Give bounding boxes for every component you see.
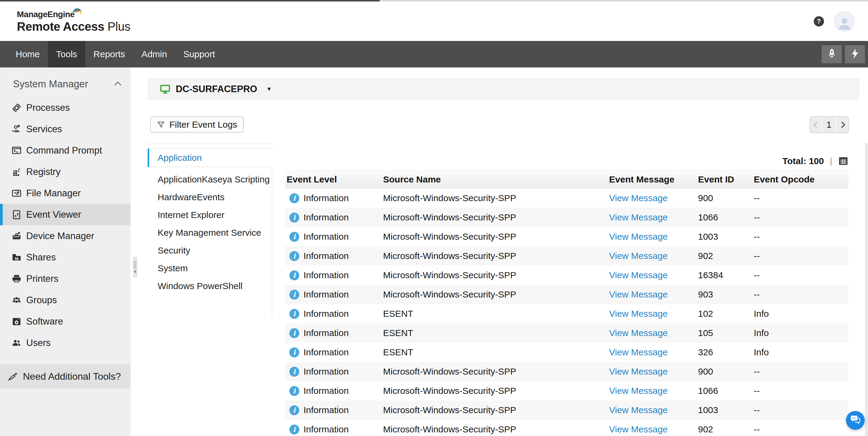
event-opcode-value: Info — [752, 343, 848, 362]
column-header-event-message[interactable]: Event Message — [608, 171, 696, 188]
category-application[interactable]: Application — [148, 148, 272, 167]
event-table-area: Total: 100 | Event Level — [285, 144, 848, 436]
sidebar-item-users[interactable]: Users — [0, 332, 130, 354]
column-chooser-grid-icon[interactable] — [838, 156, 848, 166]
event-id-value: 900 — [696, 189, 752, 208]
help-icon[interactable]: ? — [814, 16, 824, 27]
table-row: iInformation ESENT View Message 102 Info — [285, 304, 848, 324]
device-manager-icon — [11, 231, 22, 241]
view-message-link[interactable]: View Message — [609, 232, 668, 242]
category-key-management-service[interactable]: Key Management Service — [148, 224, 272, 241]
table-row: iInformation Microsoft-Windows-Security-… — [285, 400, 848, 420]
quick-actions-button[interactable] — [845, 45, 865, 63]
sidebar-item-processes[interactable]: Processes — [0, 97, 130, 118]
view-message-link[interactable]: View Message — [609, 405, 668, 415]
column-header-event-opcode[interactable]: Event Opcode — [752, 171, 848, 188]
nav-item-tools[interactable]: Tools — [48, 41, 85, 67]
category-internet-explorer[interactable]: Internet Explorer — [148, 206, 272, 224]
nav-item-reports[interactable]: Reports — [85, 41, 133, 67]
previous-page-button[interactable] — [810, 117, 822, 133]
sidebar-item-registry[interactable]: Registry — [0, 161, 130, 182]
event-level-value: Information — [304, 405, 349, 415]
current-page-number[interactable]: 1 — [822, 117, 836, 133]
sidebar-collapse-handle[interactable] — [133, 257, 137, 277]
device-selector[interactable]: DC-SURFACEPRO ▼ — [148, 78, 859, 100]
event-opcode-value: -- — [752, 227, 848, 246]
event-id-value: 1003 — [696, 227, 752, 246]
event-log-panel: Application ApplicationKaseya Scripting … — [148, 144, 868, 436]
column-header-source-name[interactable]: Source Name — [381, 171, 608, 188]
nav-item-admin[interactable]: Admin — [133, 41, 175, 67]
column-header-event-id[interactable]: Event ID — [696, 171, 752, 188]
manageengine-swirl-icon — [72, 5, 82, 16]
source-name-value: Microsoft-Windows-Security-SPP — [381, 246, 608, 266]
view-message-link[interactable]: View Message — [609, 193, 668, 203]
view-message-link[interactable]: View Message — [609, 309, 668, 319]
view-message-link[interactable]: View Message — [609, 386, 668, 396]
groups-icon — [11, 295, 22, 305]
view-message-link[interactable]: View Message — [609, 328, 668, 338]
view-message-link[interactable]: View Message — [609, 251, 668, 261]
sidebar-item-printers[interactable]: Printers — [0, 268, 130, 289]
source-name-value: ESENT — [381, 343, 608, 362]
quick-launch-button[interactable] — [822, 45, 842, 63]
nav-item-support[interactable]: Support — [175, 41, 223, 67]
person-icon — [837, 15, 852, 31]
sidebar-item-label: Shares — [26, 252, 56, 263]
event-id-value: 902 — [696, 420, 752, 436]
table-row: iInformation ESENT View Message 326 Info — [285, 343, 848, 362]
sidebar-section-header[interactable]: System Manager — [0, 67, 130, 97]
source-name-value: Microsoft-Windows-Security-SPP — [381, 420, 608, 436]
event-opcode-value: -- — [752, 246, 848, 266]
user-avatar[interactable] — [834, 11, 855, 32]
sidebar-item-label: Processes — [26, 102, 70, 113]
information-icon: i — [289, 212, 299, 223]
source-name-value: Microsoft-Windows-Security-SPP — [381, 400, 608, 420]
sidebar-item-command-prompt[interactable]: Command Prompt — [0, 140, 130, 161]
event-opcode-value: -- — [752, 381, 848, 400]
view-message-link[interactable]: View Message — [609, 347, 668, 358]
sidebar-item-groups[interactable]: Groups — [0, 289, 130, 311]
sidebar-item-file-manager[interactable]: File Manager — [0, 182, 130, 204]
scrollbar-thumb[interactable] — [866, 143, 867, 436]
nav-item-home[interactable]: Home — [7, 41, 48, 67]
information-icon: i — [289, 193, 299, 203]
tools-sidebar: System Manager Processes — [0, 67, 130, 436]
sidebar-item-software[interactable]: Software — [0, 311, 130, 332]
collapse-arrow-icon — [134, 270, 136, 273]
view-message-link[interactable]: View Message — [609, 212, 668, 223]
view-message-link[interactable]: View Message — [609, 270, 668, 280]
source-name-value: Microsoft-Windows-Security-SPP — [381, 208, 608, 227]
product-name-primary: Remote Access — [17, 20, 104, 33]
category-security[interactable]: Security — [148, 241, 272, 259]
sidebar-item-services[interactable]: Services — [0, 118, 130, 140]
category-windows-powershell[interactable]: Windows PowerShell — [148, 277, 272, 295]
category-system[interactable]: System — [148, 259, 272, 277]
event-level-value: Information — [304, 309, 349, 319]
app-header: ManageEngine Remote Access Plus ? — [0, 1, 868, 41]
need-additional-tools[interactable]: Need Additional Tools? — [0, 364, 130, 389]
source-name-value: ESENT — [381, 304, 608, 324]
total-count-label: Total: 100 — [782, 156, 824, 166]
event-level-value: Information — [304, 366, 349, 377]
vertical-scrollbar[interactable] — [865, 143, 868, 436]
next-page-button[interactable] — [836, 117, 848, 133]
category-applicationkaseya-scripting[interactable]: ApplicationKaseya Scripting — [148, 170, 272, 188]
view-message-link[interactable]: View Message — [609, 289, 668, 300]
event-opcode-value: Info — [752, 324, 848, 343]
sidebar-item-event-viewer[interactable]: Event Viewer — [0, 204, 130, 225]
view-message-link[interactable]: View Message — [609, 424, 668, 435]
pagination: 1 — [809, 116, 849, 133]
event-opcode-value: Info — [752, 304, 848, 324]
meta-divider: | — [830, 156, 832, 166]
sidebar-item-shares[interactable]: Shares — [0, 246, 130, 268]
column-header-event-level[interactable]: Event Level — [285, 171, 381, 188]
view-message-link[interactable]: View Message — [609, 366, 668, 377]
live-chat-button[interactable] — [846, 411, 865, 430]
filter-event-logs-button[interactable]: Filter Event Logs — [150, 116, 244, 133]
grip-lines-icon — [134, 261, 136, 269]
table-row: iInformation Microsoft-Windows-Security-… — [285, 381, 848, 400]
sidebar-item-device-manager[interactable]: Device Manager — [0, 225, 130, 246]
chat-bubbles-icon — [850, 414, 861, 426]
category-hardwareevents[interactable]: HardwareEvents — [148, 188, 272, 206]
